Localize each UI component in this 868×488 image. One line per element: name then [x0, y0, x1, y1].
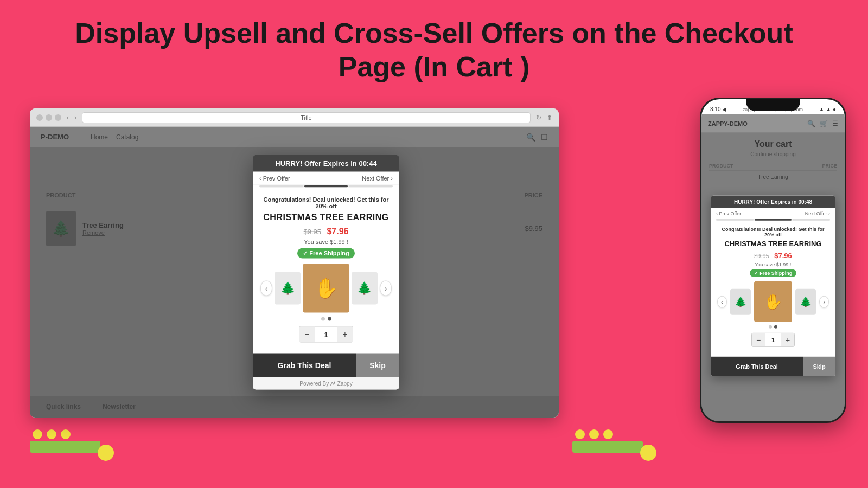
next-offer-btn[interactable]: Next Offer ›	[362, 175, 393, 182]
qty-value: 1	[315, 330, 337, 338]
powered-by: Powered By 🗲 Zappy	[253, 377, 399, 390]
popup-actions: Grab This Deal Skip	[253, 354, 399, 377]
qty-increase-btn[interactable]: +	[337, 327, 353, 342]
phone-popup-actions: Grab This Deal Skip	[711, 357, 835, 376]
price-original: $9.95	[303, 228, 321, 236]
next-image-btn[interactable]: ›	[380, 281, 392, 296]
dot-5	[589, 429, 599, 439]
phone-img-thumb-1[interactable]: 🌲	[730, 288, 751, 314]
image-thumb-2[interactable]: 🌲	[352, 272, 377, 305]
phone-price-sale: $7.96	[774, 252, 792, 260]
browser-forward[interactable]: ›	[74, 114, 76, 121]
grab-deal-btn[interactable]: Grab This Deal	[253, 354, 356, 377]
browser-btn-min[interactable]	[46, 114, 52, 121]
image-thumb-1[interactable]: 🌲	[275, 272, 300, 305]
popup-timer: HURRY! Offer Expires in 00:44	[253, 155, 399, 172]
decorative-dots-right	[575, 429, 613, 439]
browser-content: P-DEMO Home Catalog 🔍 ☐ Your cart Contin…	[30, 127, 559, 418]
popup-images: ‹ 🌲 ✋ 🌲 ›	[260, 264, 392, 313]
phone-popup-product-title: CHRISTMAS TREE EARRING	[717, 240, 829, 248]
dot-1	[33, 429, 42, 439]
phone-popup-images: ‹ 🌲 ✋ 🌲 ›	[717, 281, 829, 322]
phone-popup-save: You save $1.99 !	[717, 262, 829, 267]
phone-img-main[interactable]: ✋	[754, 281, 793, 322]
image-main[interactable]: ✋	[303, 264, 350, 313]
phone-skip-btn[interactable]: Skip	[803, 357, 835, 376]
popup-free-shipping: ✓ Free Shipping	[297, 248, 354, 259]
phone-progress-1	[716, 219, 754, 221]
phone-qty-increase[interactable]: +	[781, 333, 794, 346]
phone-popup-timer: HURRY! Offer Expires in 00:48	[711, 196, 835, 208]
green-bar-left	[30, 441, 100, 453]
dot-6	[603, 429, 613, 439]
popup-congrats: Congratulations! Deal unlocked! Get this…	[260, 196, 392, 209]
green-bar-right	[572, 441, 643, 453]
browser-back[interactable]: ‹	[67, 114, 69, 121]
qty-decrease-btn[interactable]: −	[299, 327, 315, 342]
phone-prev-img-btn[interactable]: ‹	[717, 296, 727, 307]
browser-window: ‹ › Title ↻ ⬆ P-DEMO Home Catalog 🔍 ☐ Yo…	[30, 108, 559, 418]
phone-notch	[746, 99, 800, 111]
img-dot-2[interactable]	[328, 317, 331, 321]
page-title: Display Upsell and Cross-Sell Offers on …	[0, 0, 868, 95]
phone-img-thumb-2[interactable]: 🌲	[795, 288, 816, 314]
browser-toolbar: ‹ › Title ↻ ⬆	[30, 108, 559, 127]
dot-3	[61, 429, 71, 439]
phone-qty-decrease[interactable]: −	[752, 333, 765, 346]
phone-qty-value: 1	[765, 337, 781, 343]
browser-controls	[36, 114, 61, 121]
phone-popup-image-dots	[717, 325, 829, 329]
browser-btn-close[interactable]	[36, 114, 43, 121]
phone-popup-shipping: ✓ Free Shipping	[750, 269, 797, 277]
browser-share[interactable]: ⬆	[547, 114, 552, 121]
prev-offer-btn[interactable]: ‹ Prev Offer	[259, 175, 290, 182]
phone-next-img-btn[interactable]: ›	[819, 296, 829, 307]
popup-save-text: You save $1.99 !	[260, 239, 392, 245]
popup-nav: ‹ Prev Offer Next Offer ›	[253, 172, 399, 185]
yellow-dot-left	[98, 445, 114, 461]
phone-grab-deal-btn[interactable]: Grab This Deal	[711, 357, 803, 376]
popup-price: $9.95 $7.96	[260, 227, 392, 236]
phone-prev-offer-btn[interactable]: ‹ Prev Offer	[716, 211, 741, 216]
url-bar-text: Title	[301, 114, 311, 121]
phone-popup-body: Congratulations! Deal unlocked! Get this…	[711, 224, 835, 357]
phone-next-offer-btn[interactable]: Next Offer ›	[805, 211, 830, 216]
img-dot-1[interactable]	[321, 317, 325, 321]
phone-progress-3	[793, 219, 830, 221]
phone-price-original: $9.95	[754, 253, 769, 259]
phone-popup-qty: − 1 +	[751, 333, 795, 347]
phone-popup-congrats: Congratulations! Deal unlocked! Get this…	[717, 227, 829, 237]
phone-mockup: 8:10 ◀ zappy-demo.myshopify.com ▲ ▲ ● ZA…	[700, 98, 846, 423]
popup-progress	[259, 185, 393, 188]
phone-popup-nav: ‹ Prev Offer Next Offer ›	[711, 208, 835, 219]
phone-popup-price: $9.95 $7.96	[717, 251, 829, 260]
dot-4	[575, 429, 585, 439]
browser-reload[interactable]: ↻	[536, 114, 541, 121]
phone-content: ZAPPY-DEMO 🔍 🛒 ☰ Your cart Continue shop…	[701, 114, 845, 421]
browser-btn-max[interactable]	[55, 114, 61, 121]
popup-image-dots	[260, 317, 392, 321]
upsell-popup: HURRY! Offer Expires in 00:44 ‹ Prev Off…	[253, 155, 399, 390]
phone-popup-progress	[716, 219, 830, 221]
progress-seg-1	[259, 185, 303, 188]
prev-image-btn[interactable]: ‹	[260, 281, 272, 296]
skip-btn[interactable]: Skip	[356, 354, 399, 377]
progress-seg-3	[349, 185, 393, 188]
progress-seg-2	[304, 185, 348, 188]
popup-product-title: CHRISTMAS TREE EARRING	[260, 213, 392, 222]
yellow-dot-right	[640, 445, 656, 461]
phone-progress-2	[755, 219, 792, 221]
phone-signal: ▲ ▲ ●	[819, 106, 836, 112]
popup-qty: − 1 +	[299, 326, 353, 343]
phone-time: 8:10 ◀	[710, 106, 726, 112]
popup-body: Congratulations! Deal unlocked! Get this…	[253, 192, 399, 354]
dot-2	[47, 429, 56, 439]
price-sale: $7.96	[327, 227, 348, 236]
browser-url-bar[interactable]: Title	[82, 112, 531, 123]
phone-upsell-popup: HURRY! Offer Expires in 00:48 ‹ Prev Off…	[711, 196, 835, 376]
phone-img-dot-2[interactable]	[774, 325, 777, 329]
decorative-dots-left	[33, 429, 71, 439]
phone-img-dot-1[interactable]	[769, 325, 772, 329]
